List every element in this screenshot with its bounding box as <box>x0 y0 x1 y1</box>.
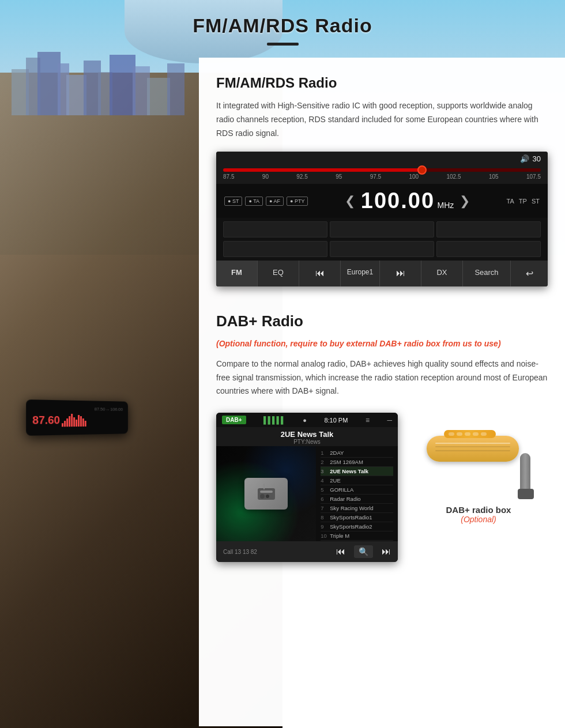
freq-slider-container: 87.5 90 92.5 95 97.5 100 102.5 105 107.5 <box>216 166 548 184</box>
svg-rect-9 <box>147 78 170 115</box>
dab-optional-text: (Optional function, require to buy exter… <box>216 337 548 350</box>
preset-cell-5[interactable] <box>330 241 434 257</box>
freq-prev-button[interactable]: ❮ <box>345 194 355 209</box>
fm-radio-ui: 🔊 30 87.5 90 92.5 95 97.5 100 1 <box>216 152 548 286</box>
preset-cell-2[interactable] <box>330 221 434 237</box>
dab-box-top <box>444 430 496 438</box>
freq-unit: MHz <box>437 201 454 210</box>
preset-cell-3[interactable] <box>436 221 541 237</box>
svg-rect-2 <box>37 52 61 115</box>
freq-next-button[interactable]: ❯ <box>459 194 470 209</box>
freq-slider-track[interactable] <box>223 168 541 172</box>
freq-label-100: 100 <box>409 173 419 180</box>
dab-label: DAB+ <box>222 416 246 424</box>
tag-ta[interactable]: ● TA <box>245 197 263 206</box>
svg-rect-7 <box>110 55 135 115</box>
radio-right-tags: TA TP ST <box>507 198 540 205</box>
btn-back[interactable]: ↩ <box>511 261 548 286</box>
dab-close-icon: ─ <box>387 416 392 424</box>
preset-cell-1[interactable] <box>223 221 327 237</box>
freq-label-105: 105 <box>489 173 499 180</box>
btn-dx[interactable]: DX <box>421 261 463 286</box>
tag-tp: TP <box>519 198 527 205</box>
freq-label-90: 90 <box>262 173 269 180</box>
dab-control-buttons: ⏮ 🔍 ⏭ <box>336 545 391 558</box>
dab-playlist-item-5[interactable]: 5GORILLA <box>321 485 393 495</box>
dab-playlist-item-4[interactable]: 42UE <box>321 476 393 485</box>
preset-row-1 <box>216 218 548 239</box>
dab-box-label: DAB+ radio box <box>446 505 511 515</box>
btn-prev[interactable]: ⏮ <box>299 261 341 286</box>
preset-cell-4[interactable] <box>223 241 327 257</box>
tag-ta-right: TA <box>507 198 514 205</box>
dab-section: DAB+ Radio (Optional function, require t… <box>199 301 565 407</box>
dab-playlist-item-9[interactable]: 9SkySportsRadio2 <box>321 522 393 531</box>
dab-bottom-row: DAB+ ▌▌▌▌▌ ● 8:10 PM ≡ ─ 2UE News Talk P… <box>199 407 565 579</box>
btn-eq[interactable]: EQ <box>258 261 299 286</box>
dab-box-connector-end <box>518 489 534 499</box>
freq-label-1075: 107.5 <box>526 173 541 180</box>
dab-playlist-item-3-active[interactable]: 32UE News Talk <box>321 467 393 476</box>
freq-display: 100.00 MHz <box>361 188 454 213</box>
dab-playlist-item-2[interactable]: 22SM 1269AM <box>321 458 393 467</box>
dab-signal-bars: ▌▌▌▌▌ <box>263 416 285 424</box>
radio-left-tags: ● ST ● TA ● AF ● PTY <box>224 197 308 206</box>
dab-signal-dot: ● <box>303 417 307 424</box>
dab-main-area: 12DAY 22SM 1269AM 32UE News Talk 42UE 5G… <box>216 446 398 541</box>
car-dashboard: 87.50 -- 106.00 87.60 <box>28 401 226 583</box>
dab-box-body <box>427 436 519 462</box>
btn-search[interactable]: Search <box>463 261 511 286</box>
preset-row-2 <box>216 239 548 261</box>
dab-box-section: DAB+ radio box (Optional) <box>409 413 548 535</box>
dab-pty-label: PTY:News <box>222 439 392 445</box>
page-container: 87.50 -- 106.00 87.60 <box>0 0 565 728</box>
preset-cell-6[interactable] <box>436 241 541 257</box>
dab-playlist-item-6[interactable]: 6Radar Radio <box>321 495 393 504</box>
dab-playlist-item-7[interactable]: 7Sky Racing World <box>321 504 393 513</box>
volume-value: 30 <box>533 154 541 163</box>
page-title: FM/AM/RDS Radio <box>0 14 565 37</box>
freq-value: 100.00 <box>361 188 435 213</box>
freq-slider-handle[interactable] <box>417 165 427 175</box>
freq-label-1025: 102.5 <box>447 173 461 180</box>
dab-menu-icon: ≡ <box>366 416 370 424</box>
volume-icon: 🔊 <box>520 154 529 163</box>
content-panel: FM/AM/RDS Radio It integrated with High-… <box>199 58 565 726</box>
fm-section-description: It integrated with High-Sensitive radio … <box>216 99 548 140</box>
dab-search-button[interactable]: 🔍 <box>354 545 373 558</box>
volume-bar: 🔊 30 <box>216 152 548 166</box>
dab-ui-mockup: DAB+ ▌▌▌▌▌ ● 8:10 PM ≡ ─ 2UE News Talk P… <box>216 413 398 562</box>
dab-time: 8:10 PM <box>324 417 348 424</box>
dab-box-image <box>415 424 542 499</box>
freq-label-875: 87.5 <box>223 173 234 180</box>
item-num: 1 <box>321 450 330 456</box>
btn-next[interactable]: ⏭ <box>380 261 421 286</box>
btn-europe1[interactable]: Europe1 <box>341 261 380 286</box>
dab-box-optional: (Optional) <box>446 515 511 524</box>
tag-pty[interactable]: ● PTY <box>287 197 308 206</box>
fm-section-title: FM/AM/RDS Radio <box>216 75 548 91</box>
freq-label-975: 97.5 <box>370 173 381 180</box>
dab-station-header: 2UE News Talk PTY:News <box>216 427 398 446</box>
dab-playlist-item-8[interactable]: 8SkySportsRadio1 <box>321 513 393 522</box>
dab-playlist-item-1[interactable]: 12DAY <box>321 448 393 458</box>
dab-playlist-item-11[interactable]: 11U20 <box>321 541 393 541</box>
svg-rect-10 <box>167 63 184 115</box>
tag-st[interactable]: ● ST <box>224 197 242 206</box>
freq-display-row: ● ST ● TA ● AF ● PTY ❮ 100.00 MHz ❯ <box>216 184 548 218</box>
dab-visual-area <box>216 446 316 541</box>
dab-next-button[interactable]: ⏭ <box>382 546 391 557</box>
dab-section-title: DAB+ Radio <box>216 312 548 330</box>
title-divider <box>267 43 299 46</box>
dab-box-label-container: DAB+ radio box (Optional) <box>446 505 511 524</box>
dab-station-name: 2UE News Talk <box>222 430 392 439</box>
dab-prev-button[interactable]: ⏮ <box>336 546 345 557</box>
page-title-section: FM/AM/RDS Radio <box>0 14 565 46</box>
btn-fm[interactable]: FM <box>216 261 258 286</box>
fm-section: FM/AM/RDS Radio It integrated with High-… <box>199 58 565 301</box>
dab-playlist-item-10[interactable]: 10Triple M <box>321 531 393 541</box>
dab-radio-icon <box>244 478 288 510</box>
tag-st-right: ST <box>532 198 540 205</box>
svg-rect-4 <box>66 75 86 115</box>
tag-af[interactable]: ● AF <box>266 197 284 206</box>
